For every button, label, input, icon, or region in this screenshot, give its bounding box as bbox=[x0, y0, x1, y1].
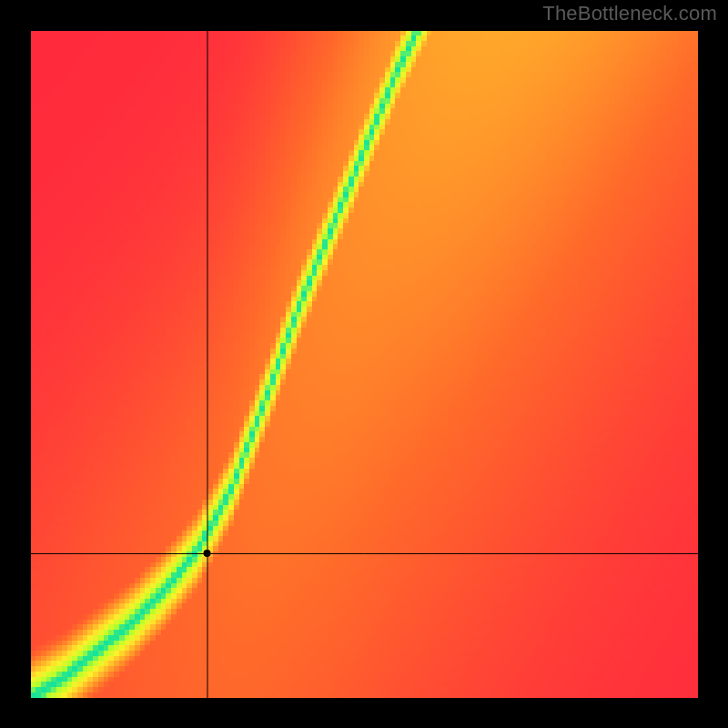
watermark-text: TheBottleneck.com bbox=[542, 2, 717, 25]
bottleneck-heatmap bbox=[31, 31, 698, 698]
chart-stage: TheBottleneck.com bbox=[0, 0, 728, 728]
